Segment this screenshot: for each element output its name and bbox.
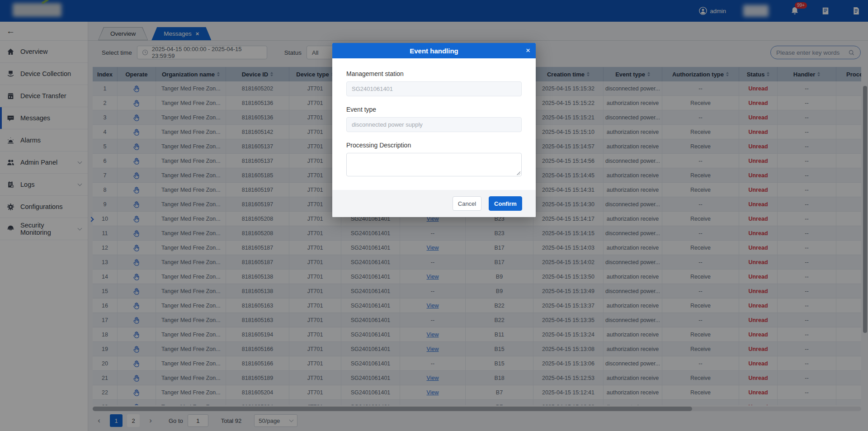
resize-grip-icon[interactable]: [516, 171, 520, 175]
modal-title: Event handling: [410, 47, 458, 55]
processing-description-label: Processing Description: [346, 142, 522, 149]
event-handling-modal: Event handling × Management station SG24…: [332, 43, 536, 217]
event-type-label: Event type: [346, 106, 522, 113]
cancel-button[interactable]: Cancel: [453, 196, 481, 211]
event-type-value: disconnected power supply: [352, 121, 423, 128]
management-station-field: SG2401061401: [346, 81, 522, 96]
modal-footer: Cancel Confirm: [332, 190, 536, 217]
modal-header: Event handling ×: [332, 43, 536, 58]
confirm-button[interactable]: Confirm: [489, 196, 522, 211]
management-station-label: Management station: [346, 70, 522, 77]
event-type-field: disconnected power supply: [346, 117, 522, 132]
processing-description-textarea[interactable]: [346, 153, 522, 176]
close-icon[interactable]: ×: [526, 43, 530, 58]
management-station-value: SG2401061401: [352, 85, 393, 92]
